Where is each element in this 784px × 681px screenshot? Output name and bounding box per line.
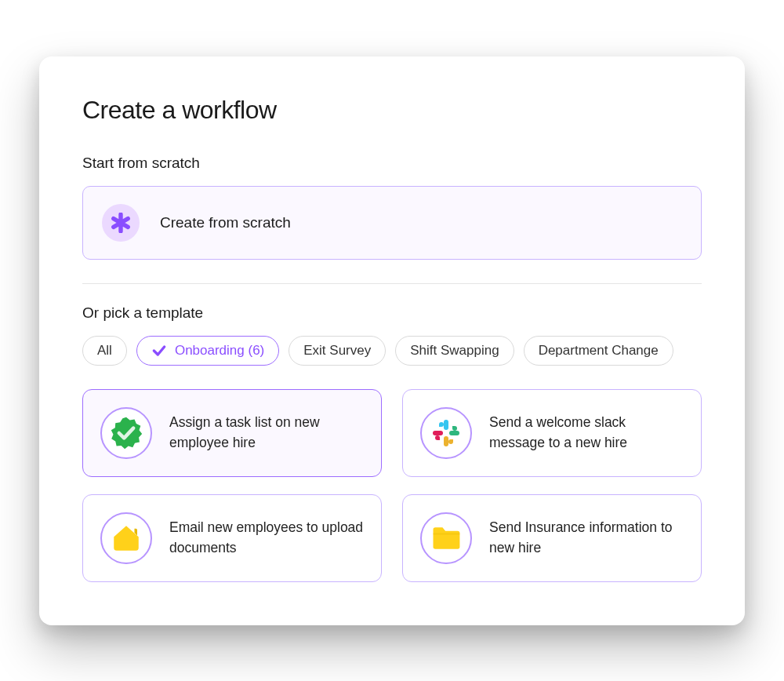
svg-rect-0 — [444, 420, 448, 430]
create-workflow-card: Create a workflow Start from scratch Cre… — [39, 56, 745, 625]
filter-chip-shift-swapping[interactable]: Shift Swapping — [395, 336, 514, 366]
filter-chip-label: All — [97, 343, 112, 359]
slack-icon — [420, 407, 472, 459]
filter-chip-row: All Onboarding (6) Exit Survey Shift Swa… — [82, 336, 702, 366]
filter-chip-department-change[interactable]: Department Change — [524, 336, 673, 366]
checkmark-badge-icon — [100, 407, 152, 459]
filter-chip-exit-survey[interactable]: Exit Survey — [289, 336, 386, 366]
template-section-heading: Or pick a template — [82, 304, 702, 322]
filter-chip-label: Exit Survey — [303, 343, 371, 359]
scratch-section-heading: Start from scratch — [82, 155, 702, 172]
template-card-slack-welcome[interactable]: Send a welcome slack message to a new hi… — [402, 389, 702, 477]
svg-rect-2 — [444, 436, 448, 446]
template-card-assign-task-list[interactable]: Assign a task list on new employee hire — [82, 389, 382, 477]
template-card-label: Assign a task list on new employee hire — [169, 413, 364, 453]
filter-chip-label: Department Change — [539, 343, 659, 359]
template-card-label: Send a welcome slack message to a new hi… — [489, 413, 684, 453]
house-icon — [100, 512, 152, 564]
check-icon — [151, 343, 167, 359]
filter-chip-all[interactable]: All — [82, 336, 127, 366]
filter-chip-label: Shift Swapping — [410, 343, 499, 359]
create-from-scratch-button[interactable]: Create from scratch — [82, 186, 702, 260]
divider — [82, 283, 702, 284]
template-card-label: Send Insurance information to new hire — [489, 518, 684, 558]
create-from-scratch-label: Create from scratch — [160, 214, 291, 231]
template-card-label: Email new employees to upload documents — [169, 518, 364, 558]
folder-icon — [420, 512, 472, 564]
svg-rect-1 — [449, 431, 459, 435]
filter-chip-onboarding[interactable]: Onboarding (6) — [136, 336, 279, 366]
template-card-email-upload-docs[interactable]: Email new employees to upload documents — [82, 494, 382, 582]
page-title: Create a workflow — [82, 96, 702, 125]
asterisk-icon — [102, 204, 140, 242]
template-card-insurance-info[interactable]: Send Insurance information to new hire — [402, 494, 702, 582]
template-grid: Assign a task list on new employee hire — [82, 389, 702, 582]
filter-chip-label: Onboarding (6) — [175, 343, 264, 359]
svg-rect-3 — [433, 431, 443, 435]
